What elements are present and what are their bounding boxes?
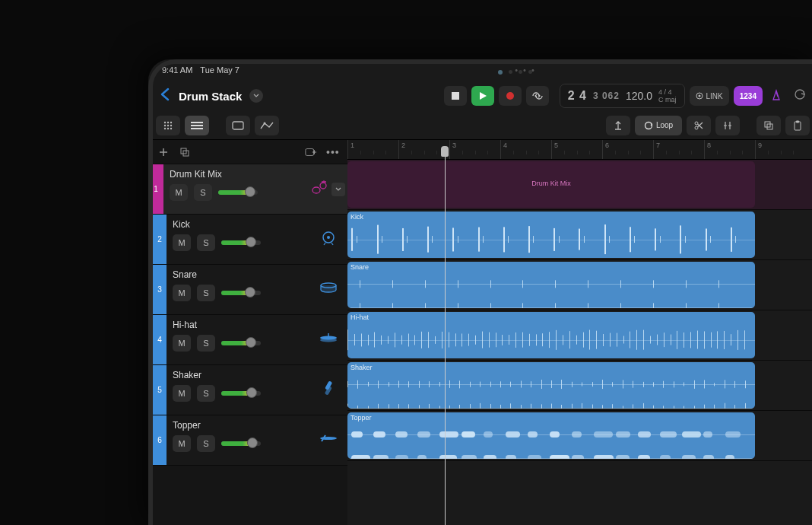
audio-region[interactable]: Hi-hat (347, 312, 755, 358)
region-label: Snare (350, 263, 369, 271)
topbar: Drum Stack 2 4 3 062 120.0 4 / 4 C maj (148, 81, 812, 111)
lcd-display[interactable]: 2 4 3 062 120.0 4 / 4 C maj (560, 84, 685, 108)
view-region-button[interactable] (226, 116, 250, 135)
volume-slider[interactable] (221, 341, 261, 345)
lcd-subdivision: 3 062 (593, 91, 620, 101)
loop-browser-button[interactable]: Loop (635, 116, 682, 135)
stop-button[interactable] (444, 86, 467, 106)
mute-button[interactable]: M (173, 335, 191, 352)
solo-button[interactable]: S (197, 285, 215, 301)
bar-mark: 7 (653, 140, 660, 159)
sync-button[interactable] (790, 88, 810, 104)
mute-button[interactable]: M (173, 435, 191, 452)
duplicate-track-button[interactable] (179, 146, 191, 158)
mute-button[interactable]: M (173, 234, 191, 251)
track-row-topper[interactable]: 6 Topper M S (148, 415, 347, 466)
transport-controls (444, 86, 549, 106)
playhead[interactable] (445, 146, 446, 525)
region-label: Drum Kit Mix (531, 180, 571, 187)
add-region-button[interactable] (305, 146, 317, 158)
ruler[interactable]: 123456789 (347, 140, 812, 160)
region-row: Topper (347, 411, 812, 461)
cycle-button[interactable] (526, 86, 549, 106)
paste-button[interactable] (785, 116, 810, 135)
svg-point-8 (167, 124, 169, 126)
link-button[interactable]: LINK (690, 86, 729, 106)
svg-point-7 (164, 124, 166, 126)
track-panel-header: ••• (148, 140, 347, 164)
track-stripe: 6 (153, 415, 167, 465)
play-button[interactable] (471, 86, 494, 106)
timeline[interactable]: 123456789 Drum Kit MixKickSnareHi-hatSha… (347, 140, 812, 525)
view-automation-button[interactable] (255, 116, 279, 135)
bar-mark: 2 (398, 140, 405, 159)
lcd-bars: 2 4 (568, 89, 587, 103)
flex-button[interactable] (715, 116, 740, 135)
bounce-button[interactable] (756, 116, 781, 135)
snap-button[interactable] (606, 116, 630, 135)
audio-region[interactable]: Kick (347, 212, 755, 258)
count-in-button[interactable]: 1234 (734, 86, 763, 106)
region-label: Topper (350, 414, 372, 422)
svg-point-2 (698, 95, 700, 97)
audio-region[interactable]: Shaker (347, 362, 755, 409)
back-button[interactable] (156, 86, 174, 106)
expand-toggle[interactable] (331, 183, 345, 196)
audio-region[interactable]: Topper (347, 412, 755, 459)
track-options-button[interactable]: ••• (326, 146, 338, 158)
bar-mark: 1 (347, 140, 354, 159)
add-track-button[interactable] (157, 146, 170, 158)
mute-button[interactable]: M (170, 184, 188, 201)
audio-region[interactable]: Drum Kit Mix (347, 161, 755, 208)
project-title: Drum Stack (179, 90, 242, 103)
metronome-icon[interactable] (767, 89, 785, 103)
audio-region[interactable]: Snare (347, 262, 755, 308)
loop-icon (644, 121, 653, 130)
lcd-signature: 4 / 4 C maj (658, 88, 677, 103)
svg-rect-0 (452, 92, 459, 100)
volume-slider[interactable] (221, 441, 261, 446)
track-row-kick[interactable]: 2 Kick M S (148, 215, 347, 265)
solo-button[interactable]: S (197, 335, 215, 352)
bar-mark: 5 (551, 140, 558, 159)
device-screen: 9:41 AM Tue May 7 • • • Drum Stack 2 4 (148, 59, 812, 525)
solo-button[interactable]: S (197, 385, 215, 402)
track-stripe: 4 (153, 315, 167, 364)
track-number: 1 (148, 164, 163, 214)
track-name: Snare (173, 269, 303, 280)
mute-button[interactable]: M (173, 285, 191, 301)
track-name: Topper (173, 420, 303, 431)
record-button[interactable] (499, 86, 522, 106)
region-label: Hi-hat (350, 313, 369, 321)
drumkit-icon (312, 180, 328, 199)
view-tracks-button[interactable] (185, 116, 209, 135)
status-date: Tue May 7 (200, 65, 239, 75)
svg-rect-14 (191, 125, 203, 126)
svg-point-34 (327, 236, 330, 239)
solo-button[interactable]: S (197, 435, 215, 452)
project-dropdown[interactable] (249, 89, 263, 103)
track-row-snare[interactable]: 3 Snare M S (148, 265, 347, 315)
view-grid-button[interactable] (156, 116, 180, 135)
region-label: Shaker (350, 364, 373, 371)
track-name: Hi-hat (173, 320, 303, 330)
svg-point-12 (170, 127, 172, 129)
track-row-hi-hat[interactable]: 4 Hi-hat M S (148, 315, 347, 365)
volume-slider[interactable] (221, 391, 261, 396)
scissors-button[interactable] (687, 116, 711, 135)
svg-rect-15 (191, 128, 203, 129)
bar-mark: 3 (449, 140, 456, 159)
kick-icon (320, 229, 337, 250)
track-row-shaker[interactable]: 5 Shaker M S (148, 365, 347, 415)
track-row-drum-kit-mix[interactable]: 1 Drum Kit Mix M S (148, 164, 347, 215)
solo-button[interactable]: S (194, 184, 212, 201)
svg-line-35 (324, 243, 325, 245)
mute-button[interactable]: M (173, 385, 191, 402)
volume-slider[interactable] (221, 240, 261, 245)
volume-slider[interactable] (218, 190, 258, 195)
bar-mark: 9 (755, 140, 762, 159)
region-row: Hi-hat (347, 310, 812, 361)
bar-mark: 8 (704, 140, 711, 159)
solo-button[interactable]: S (197, 234, 215, 251)
volume-slider[interactable] (221, 291, 261, 295)
